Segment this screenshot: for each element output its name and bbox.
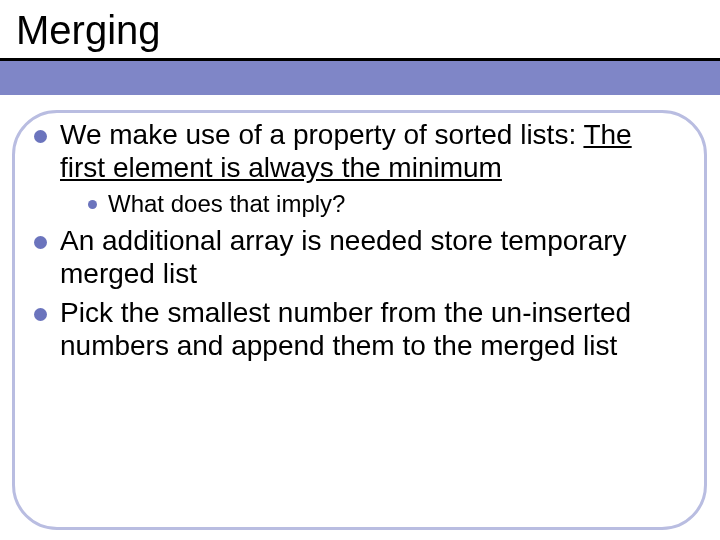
bullet-text: An additional array is needed store temp…: [60, 225, 627, 289]
bullet-item: Pick the smallest number from the un-ins…: [34, 296, 677, 362]
bullet-icon: [34, 308, 47, 321]
title-area: Merging: [0, 0, 720, 98]
slide: Merging We make use of a property of sor…: [0, 0, 720, 540]
bullet-text-pre: We make use of a property of sorted list…: [60, 119, 583, 150]
bullet-icon: [34, 236, 47, 249]
content: We make use of a property of sorted list…: [34, 118, 677, 369]
slide-title: Merging: [16, 8, 720, 52]
sub-bullet-item: What does that imply?: [88, 190, 677, 218]
bullet-item: An additional array is needed store temp…: [34, 224, 677, 290]
sub-bullet-text: What does that imply?: [108, 190, 345, 217]
content-frame: We make use of a property of sorted list…: [12, 110, 707, 530]
sub-bullet-list: What does that imply?: [88, 190, 677, 218]
bullet-icon: [34, 130, 47, 143]
bullet-list: We make use of a property of sorted list…: [34, 118, 677, 363]
bullet-text: Pick the smallest number from the un-ins…: [60, 297, 631, 361]
bullet-item: We make use of a property of sorted list…: [34, 118, 677, 218]
bullet-icon: [88, 200, 97, 209]
